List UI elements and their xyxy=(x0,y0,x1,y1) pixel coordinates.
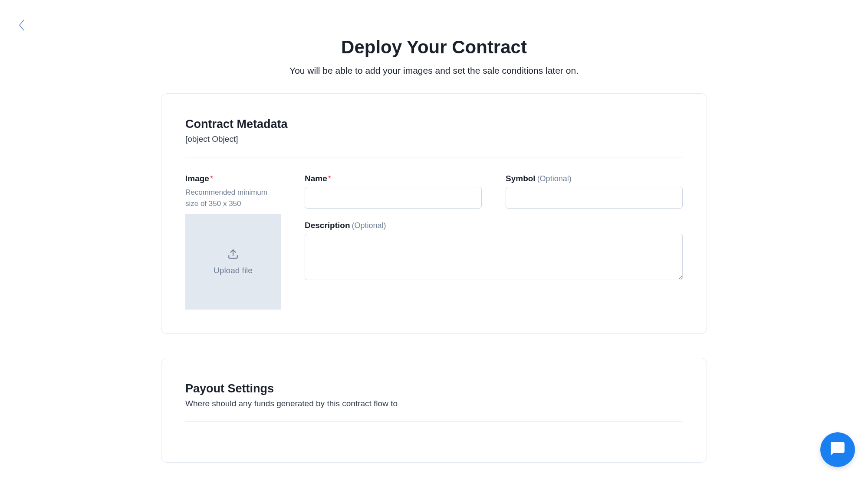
symbol-field-group: Symbol(Optional) xyxy=(506,174,683,209)
payout-section-title: Payout Settings xyxy=(185,382,683,395)
page-header: Deploy Your Contract You will be able to… xyxy=(0,0,868,93)
contract-metadata-card: Contract Metadata [object Object] Image*… xyxy=(161,93,707,334)
optional-text: (Optional) xyxy=(537,174,572,183)
payout-section-description: Where should any funds generated by this… xyxy=(185,399,683,408)
chat-button[interactable] xyxy=(820,432,855,467)
description-input[interactable] xyxy=(305,234,683,280)
metadata-section-title: Contract Metadata xyxy=(185,118,683,131)
description-label: Description(Optional) xyxy=(305,221,683,230)
name-field-group: Name* xyxy=(305,174,482,209)
description-field-group: Description(Optional) xyxy=(305,221,683,282)
name-input[interactable] xyxy=(305,187,482,209)
payout-settings-card: Payout Settings Where should any funds g… xyxy=(161,358,707,463)
required-mark: * xyxy=(210,174,213,183)
divider xyxy=(185,421,683,422)
page-subtitle: You will be able to add your images and … xyxy=(0,65,868,76)
symbol-input[interactable] xyxy=(506,187,683,209)
symbol-label: Symbol(Optional) xyxy=(506,174,683,183)
upload-file-label: Upload file xyxy=(214,266,253,275)
name-label: Name* xyxy=(305,174,482,183)
upload-file-dropzone[interactable]: Upload file xyxy=(185,214,281,310)
page-title: Deploy Your Contract xyxy=(0,37,868,58)
metadata-section-description: [object Object] xyxy=(185,134,683,144)
back-button[interactable] xyxy=(15,20,28,33)
image-label: Image* xyxy=(185,174,281,183)
image-helper-text: Recommended minimum size of 350 x 350 xyxy=(185,187,281,209)
chat-icon xyxy=(829,441,846,459)
chevron-left-icon xyxy=(18,19,25,33)
optional-text: (Optional) xyxy=(352,221,386,230)
required-mark: * xyxy=(328,174,331,183)
image-field-group: Image* Recommended minimum size of 350 x… xyxy=(185,174,281,310)
divider xyxy=(185,157,683,157)
upload-icon xyxy=(227,248,239,261)
